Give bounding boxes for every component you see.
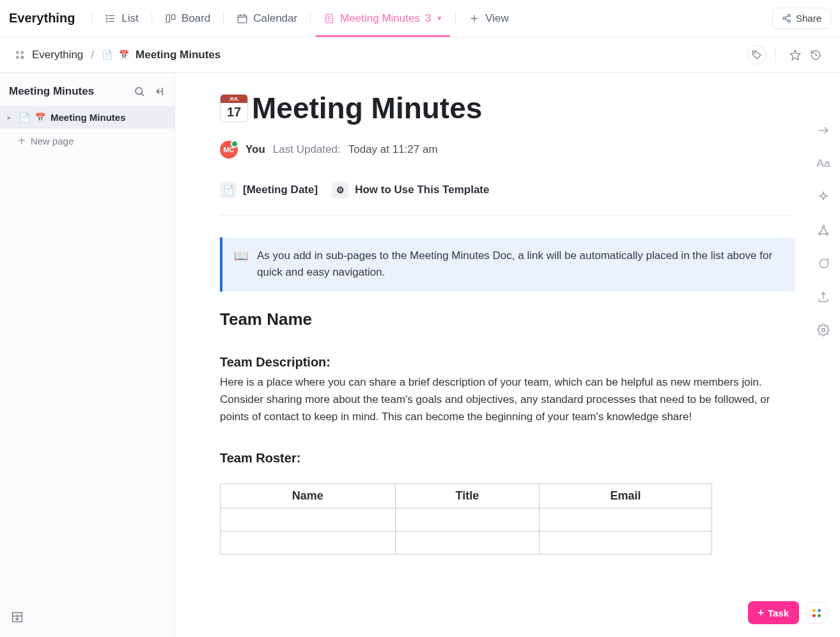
- svg-marker-28: [791, 50, 800, 59]
- th-title[interactable]: Title: [395, 484, 539, 508]
- rail-relations-button[interactable]: [816, 223, 831, 238]
- heading-team-roster[interactable]: Team Roster:: [220, 451, 795, 466]
- chip-howto-template[interactable]: ⚙ How to Use This Template: [332, 182, 489, 198]
- tab-view-label: View: [485, 12, 509, 25]
- svg-point-25: [17, 56, 19, 58]
- last-updated-label: Last Updated:: [273, 143, 341, 156]
- svg-rect-7: [171, 15, 175, 20]
- task-fab-label: Task: [768, 608, 789, 618]
- th-email[interactable]: Email: [540, 484, 712, 508]
- breadcrumb-sep: /: [91, 49, 94, 61]
- sidebar-new-page[interactable]: + New page: [0, 129, 175, 153]
- heading-team-name[interactable]: Team Name: [220, 310, 795, 329]
- grid-icon: [14, 49, 26, 61]
- workspace-title[interactable]: Everything: [9, 11, 86, 26]
- board-icon: [165, 13, 176, 24]
- th-name[interactable]: Name: [221, 484, 396, 508]
- sidebar-item-meeting-minutes[interactable]: ▸ 📄 📅 Meeting Minutes: [0, 106, 175, 129]
- chip-meeting-date-label: [Meeting Date]: [243, 184, 318, 196]
- heading-team-description[interactable]: Team Description:: [220, 355, 795, 370]
- chip-meeting-date[interactable]: 📄 [Meeting Date]: [220, 182, 318, 198]
- sidebar-title: Meeting Minutes: [9, 85, 94, 98]
- svg-point-18: [788, 14, 790, 17]
- tab-meeting-minutes[interactable]: Meeting Minutes 3 ▼: [316, 0, 450, 37]
- rail-ai-button[interactable]: [816, 189, 831, 205]
- history-button[interactable]: [805, 45, 826, 65]
- breadcrumb-page[interactable]: Meeting Minutes: [136, 49, 221, 61]
- svg-line-30: [141, 93, 144, 96]
- breadcrumb-root[interactable]: Everything: [32, 49, 83, 61]
- divider: [310, 12, 311, 26]
- tab-add-view[interactable]: View: [461, 0, 517, 37]
- svg-point-4: [107, 18, 108, 19]
- tab-calendar[interactable]: Calendar: [229, 0, 305, 37]
- divider: [775, 47, 776, 63]
- svg-point-20: [788, 20, 790, 22]
- share-label: Share: [796, 13, 821, 24]
- svg-rect-26: [21, 56, 23, 58]
- divider: [455, 12, 456, 26]
- roster-table[interactable]: Name Title Email: [220, 484, 712, 554]
- chevron-down-icon: ▼: [436, 15, 442, 22]
- nodes-icon: [817, 224, 830, 237]
- svg-point-29: [136, 88, 143, 95]
- sidebar-archive-button[interactable]: [10, 610, 24, 627]
- tab-minutes-count: 3: [425, 12, 431, 25]
- svg-point-3: [107, 15, 108, 16]
- aa-label: Aa: [817, 157, 830, 170]
- svg-point-5: [107, 20, 108, 22]
- history-icon: [810, 49, 821, 61]
- top-view-bar: Everything List Board Calendar Meeting M…: [0, 0, 840, 37]
- export-icon: [817, 290, 830, 303]
- svg-rect-6: [166, 15, 169, 22]
- share-button[interactable]: Share: [772, 8, 831, 29]
- last-updated-value: Today at 11:27 am: [348, 143, 438, 156]
- sidebar-newpage-label: New page: [31, 136, 74, 146]
- doc-title[interactable]: Meeting Minutes: [252, 91, 482, 125]
- tab-list[interactable]: List: [97, 0, 146, 37]
- rail-expand-button[interactable]: [816, 123, 831, 138]
- calendar-icon: [237, 13, 248, 24]
- apps-button[interactable]: [805, 602, 827, 624]
- search-icon: [134, 86, 145, 97]
- table-row[interactable]: [221, 531, 712, 554]
- plus-icon: +: [758, 607, 764, 618]
- book-icon: 📖: [234, 248, 248, 281]
- share-icon: [782, 13, 791, 23]
- rail-comments-button[interactable]: [816, 256, 831, 271]
- right-rail: Aa: [807, 73, 840, 338]
- new-task-button[interactable]: + Task: [748, 601, 799, 624]
- svg-line-21: [785, 16, 788, 18]
- doc-calendar-icon[interactable]: JUL 17: [220, 94, 248, 122]
- breadcrumb: Everything / 📄 📅 Meeting Minutes: [14, 49, 221, 61]
- author-name: You: [245, 143, 265, 156]
- star-icon: [789, 49, 801, 61]
- tab-board[interactable]: Board: [157, 0, 218, 37]
- apps-icon: [813, 609, 821, 617]
- gear-icon: [817, 324, 830, 336]
- tab-minutes-label: Meeting Minutes: [340, 12, 420, 25]
- rail-export-button[interactable]: [816, 289, 831, 304]
- rail-typography-button[interactable]: Aa: [816, 156, 831, 171]
- svg-point-23: [17, 51, 19, 53]
- plus-icon: +: [18, 134, 26, 147]
- svg-point-37: [822, 226, 824, 228]
- cal-day: 17: [227, 103, 241, 122]
- inbox-icon: [10, 610, 24, 624]
- svg-point-36: [826, 233, 828, 235]
- sidebar-collapse-button[interactable]: [152, 84, 166, 98]
- tag-button[interactable]: [747, 45, 766, 65]
- avatar[interactable]: MC: [220, 141, 238, 159]
- tab-list-label: List: [121, 12, 138, 25]
- favorite-button[interactable]: [785, 45, 805, 65]
- cal-emoji-icon: 📅: [119, 50, 129, 59]
- cal-emoji-icon: 📅: [35, 113, 45, 122]
- caret-right-icon: ▸: [8, 114, 14, 121]
- doc-file-icon: 📄: [102, 50, 113, 60]
- sidebar-search-button[interactable]: [132, 84, 146, 98]
- doc-icon: [323, 13, 335, 24]
- rail-settings-button[interactable]: [816, 322, 831, 338]
- doc-meta-row: MC You Last Updated: Today at 11:27 am: [220, 141, 795, 159]
- table-row[interactable]: [221, 508, 712, 531]
- team-description-text[interactable]: Here is a place where you can share a br…: [220, 374, 795, 426]
